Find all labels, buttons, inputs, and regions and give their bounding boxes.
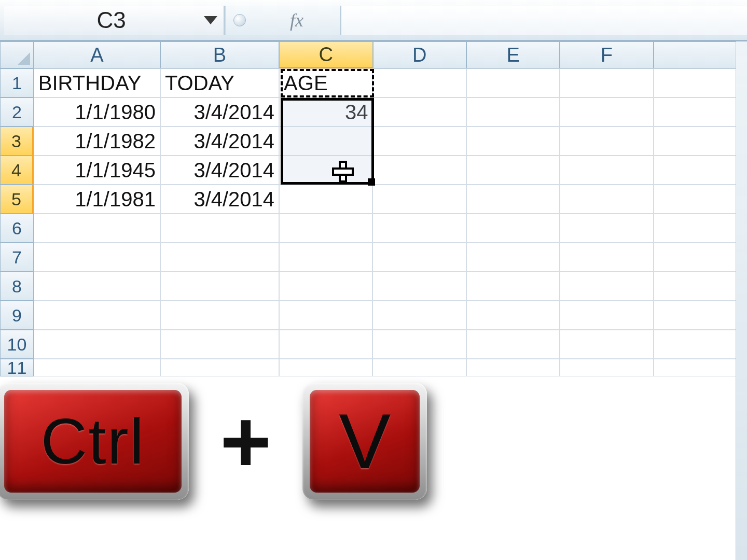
row-header-1[interactable]: 1: [0, 68, 34, 97]
cell-A3[interactable]: 1/1/1982: [34, 127, 160, 156]
cancel-button[interactable]: [225, 6, 253, 35]
cell-E5[interactable]: [466, 185, 560, 214]
name-box-dropdown[interactable]: [198, 6, 224, 35]
cell-E3[interactable]: [466, 127, 560, 156]
cell-B2[interactable]: 3/4/2014: [160, 97, 279, 127]
cell-A2[interactable]: 1/1/1980: [34, 97, 160, 127]
cell-D11[interactable]: [372, 359, 466, 376]
cell-B8[interactable]: [160, 272, 279, 301]
cell-B5[interactable]: 3/4/2014: [160, 185, 279, 214]
cell-F10[interactable]: [560, 330, 653, 359]
row-header-4[interactable]: 4: [0, 156, 34, 185]
cell-C5[interactable]: [279, 185, 372, 214]
row-header-2[interactable]: 2: [0, 97, 34, 127]
cell-D2[interactable]: [372, 97, 466, 127]
cell-G11[interactable]: [654, 359, 747, 376]
cell-G2[interactable]: [654, 97, 747, 127]
row-header-7[interactable]: 7: [0, 243, 34, 272]
cell-B3[interactable]: 3/4/2014: [160, 127, 279, 156]
cell-D4[interactable]: [372, 156, 466, 185]
cell-D10[interactable]: [372, 330, 466, 359]
cell-A1[interactable]: BIRTHDAY: [34, 68, 160, 97]
cell-E2[interactable]: [466, 97, 560, 127]
row-header-3[interactable]: 3: [0, 127, 34, 156]
cell-A6[interactable]: [34, 214, 160, 243]
cell-B6[interactable]: [160, 214, 279, 243]
cell-F9[interactable]: [560, 301, 653, 330]
cell-A4[interactable]: 1/1/1945: [34, 156, 160, 185]
cell-A11[interactable]: [34, 359, 160, 376]
cell-C3[interactable]: [279, 127, 372, 156]
cell-D3[interactable]: [372, 127, 466, 156]
cell-E11[interactable]: [466, 359, 560, 376]
row-header-11[interactable]: 11: [0, 359, 34, 376]
cell-E8[interactable]: [466, 272, 560, 301]
cell-G5[interactable]: [654, 185, 747, 214]
cell-D8[interactable]: [372, 272, 466, 301]
cell-F1[interactable]: [560, 68, 653, 97]
cell-E7[interactable]: [466, 243, 560, 272]
name-box[interactable]: C3: [4, 6, 225, 35]
cell-C11[interactable]: [279, 359, 372, 376]
cell-D1[interactable]: [372, 68, 466, 97]
select-all-corner[interactable]: [0, 41, 34, 68]
cell-A5[interactable]: 1/1/1981: [34, 185, 160, 214]
cell-F3[interactable]: [560, 127, 653, 156]
cell-E9[interactable]: [466, 301, 560, 330]
cell-B11[interactable]: [160, 359, 279, 376]
col-header-D[interactable]: D: [373, 41, 466, 68]
cell-D7[interactable]: [372, 243, 466, 272]
cell-B4[interactable]: 3/4/2014: [160, 156, 279, 185]
cell-A9[interactable]: [34, 301, 160, 330]
vertical-scrollbar[interactable]: [736, 41, 747, 560]
cell-B10[interactable]: [160, 330, 279, 359]
cell-A10[interactable]: [34, 330, 160, 359]
cell-C2[interactable]: 34: [279, 97, 372, 127]
cell-E1[interactable]: [466, 68, 560, 97]
cell-C6[interactable]: [279, 214, 372, 243]
cell-G3[interactable]: [654, 127, 747, 156]
cell-E4[interactable]: [466, 156, 560, 185]
cell-F2[interactable]: [560, 97, 653, 127]
row-header-5[interactable]: 5: [0, 185, 34, 214]
cell-B7[interactable]: [160, 243, 279, 272]
cell-G10[interactable]: [654, 330, 747, 359]
col-header-E[interactable]: E: [466, 41, 560, 68]
row-header-10[interactable]: 10: [0, 330, 34, 359]
col-header-extra[interactable]: [654, 41, 747, 68]
cell-A8[interactable]: [34, 272, 160, 301]
cell-C7[interactable]: [279, 243, 372, 272]
cell-D9[interactable]: [372, 301, 466, 330]
cell-B1[interactable]: TODAY: [160, 68, 279, 97]
row-header-6[interactable]: 6: [0, 214, 34, 243]
insert-function-button[interactable]: fx: [253, 6, 341, 35]
cell-E10[interactable]: [466, 330, 560, 359]
cell-C4[interactable]: [279, 156, 372, 185]
cell-E6[interactable]: [466, 214, 560, 243]
cell-D6[interactable]: [372, 214, 466, 243]
cell-D5[interactable]: [372, 185, 466, 214]
formula-input[interactable]: [341, 6, 747, 35]
cell-A7[interactable]: [34, 243, 160, 272]
cell-F4[interactable]: [560, 156, 653, 185]
cell-C10[interactable]: [279, 330, 372, 359]
cell-G1[interactable]: [654, 68, 747, 97]
cell-C1[interactable]: AGE: [279, 68, 372, 97]
cell-G8[interactable]: [654, 272, 747, 301]
col-header-C[interactable]: C: [279, 41, 372, 68]
cell-B9[interactable]: [160, 301, 279, 330]
col-header-A[interactable]: A: [34, 41, 160, 68]
spreadsheet-grid[interactable]: A B C D E F 1 BIRTHDAY TODAY AGE 2 1/1/1…: [0, 41, 747, 376]
cell-F11[interactable]: [560, 359, 653, 376]
cell-C8[interactable]: [279, 272, 372, 301]
row-header-9[interactable]: 9: [0, 301, 34, 330]
cell-F5[interactable]: [560, 185, 653, 214]
cell-G6[interactable]: [654, 214, 747, 243]
cell-F7[interactable]: [560, 243, 653, 272]
cell-F6[interactable]: [560, 214, 653, 243]
col-header-B[interactable]: B: [160, 41, 279, 68]
cell-G4[interactable]: [654, 156, 747, 185]
cell-G7[interactable]: [654, 243, 747, 272]
cell-C9[interactable]: [279, 301, 372, 330]
cell-F8[interactable]: [560, 272, 653, 301]
